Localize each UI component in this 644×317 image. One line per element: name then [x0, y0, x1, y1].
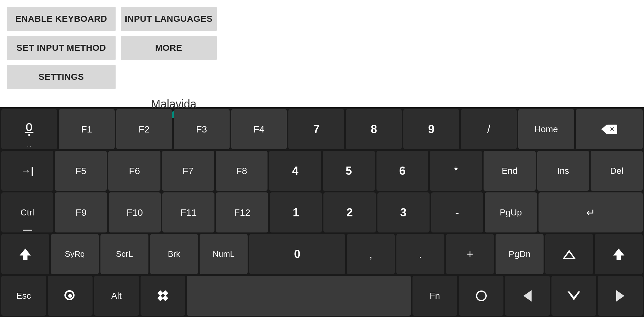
numl-key[interactable]: NumL — [200, 234, 248, 274]
enable-keyboard-button[interactable]: ENABLE KEYBOARD — [7, 7, 116, 31]
scrl-key[interactable]: ScrL — [100, 234, 148, 274]
gear-icon — [64, 290, 76, 302]
shift-left-key[interactable] — [1, 234, 49, 274]
pgdn-key[interactable]: PgDn — [496, 234, 544, 274]
f8-key[interactable]: F8 — [216, 151, 268, 191]
minus-key[interactable]: - — [431, 192, 483, 232]
num0-key[interactable]: 0 — [249, 234, 345, 274]
f1-key[interactable]: F1 — [59, 109, 115, 149]
home-circle-key[interactable] — [459, 276, 504, 316]
circle-icon — [476, 291, 487, 301]
keyboard-row-2: →| F5 F6 F7 F8 4 5 6 * End Ins Del — [1, 151, 643, 191]
keyboard-row-4: SyRq ScrL Brk NumL 0 , . + PgDn — [1, 234, 643, 274]
del-key[interactable]: Del — [591, 151, 643, 191]
f6-key[interactable]: F6 — [108, 151, 160, 191]
input-languages-button[interactable]: INPUT LANGUAGES — [121, 7, 217, 31]
ctrl-key[interactable]: Ctrl — [1, 192, 53, 232]
shift-right-icon — [613, 249, 624, 260]
shift-up-icon — [20, 249, 31, 260]
mic-key[interactable]: ... — [1, 109, 57, 149]
end-key[interactable]: End — [484, 151, 536, 191]
num6-key[interactable]: 6 — [376, 151, 429, 191]
num3-key[interactable]: 3 — [377, 192, 430, 232]
slash-key[interactable]: / — [461, 109, 517, 149]
keyboard-row-5: Esc Alt Fn — [1, 276, 643, 316]
tab-key[interactable]: →| — [1, 151, 53, 191]
settings-gear-key[interactable] — [48, 276, 93, 316]
set-input-method-button[interactable]: SET INPUT METHOD — [7, 36, 116, 60]
f5-key[interactable]: F5 — [55, 151, 107, 191]
settings-button[interactable]: SETTINGS — [7, 65, 116, 89]
brk-key[interactable]: Brk — [150, 234, 198, 274]
nav-right-key[interactable] — [598, 276, 643, 316]
ins-key[interactable]: Ins — [537, 151, 589, 191]
backspace-key[interactable]: ✕ — [576, 109, 643, 149]
comma-key[interactable]: , — [347, 234, 395, 274]
home-key[interactable]: Home — [518, 109, 574, 149]
plus-key[interactable]: + — [446, 234, 494, 274]
backspace-icon: ✕ — [601, 124, 617, 134]
f10-key[interactable]: F10 — [109, 192, 161, 232]
menu-grid: ENABLE KEYBOARD INPUT LANGUAGES SET INPU… — [0, 0, 644, 91]
fn-key[interactable]: Fn — [412, 276, 457, 316]
f7-key[interactable]: F7 — [162, 151, 214, 191]
tri-down-outline-icon — [568, 291, 580, 300]
malavida-label: Malavida — [151, 97, 196, 111]
tri-right-icon — [616, 290, 624, 302]
tri-up-outline-icon — [563, 250, 575, 259]
f12-key[interactable]: F12 — [216, 192, 268, 232]
tri-up-key[interactable] — [545, 234, 593, 274]
nav-left-key[interactable] — [505, 276, 550, 316]
shift-right-key[interactable] — [595, 234, 643, 274]
keyboard: ... F1 F2 F3 F4 7 8 9 / Home ✕ →| F5 F6 … — [0, 107, 644, 317]
top-area: ENABLE KEYBOARD INPUT LANGUAGES SET INPU… — [0, 0, 644, 107]
num1-key[interactable]: 1 — [270, 192, 322, 232]
f11-key[interactable]: F11 — [162, 192, 214, 232]
mic-icon — [25, 123, 33, 136]
num7-key[interactable]: 7 — [288, 109, 344, 149]
tri-left-icon — [523, 290, 532, 302]
alt-key[interactable]: Alt — [94, 276, 139, 316]
more-button[interactable]: MORE — [121, 36, 217, 60]
four-diamonds-icon — [158, 291, 168, 301]
num5-key[interactable]: 5 — [323, 151, 375, 191]
asterisk-key[interactable]: * — [430, 151, 482, 191]
syrq-key[interactable]: SyRq — [51, 234, 99, 274]
f4-key[interactable]: F4 — [231, 109, 287, 149]
period-key[interactable]: . — [396, 234, 444, 274]
f2-key[interactable]: F2 — [116, 109, 172, 149]
tab-icon: →| — [21, 165, 34, 177]
num9-key[interactable]: 9 — [403, 109, 459, 149]
enter-key[interactable]: ↵ — [539, 192, 643, 232]
nav-down-key[interactable] — [551, 276, 596, 316]
keyboard-row-3: Ctrl F9 F10 F11 F12 1 2 3 - PgUp ↵ — [1, 192, 643, 232]
pgup-key[interactable]: PgUp — [485, 192, 537, 232]
esc-key[interactable]: Esc — [1, 276, 46, 316]
diamonds-key[interactable] — [141, 276, 185, 316]
keyboard-row-1: ... F1 F2 F3 F4 7 8 9 / Home ✕ — [1, 109, 643, 149]
num4-key[interactable]: 4 — [269, 151, 321, 191]
space-key[interactable] — [187, 276, 411, 316]
f3-key[interactable]: F3 — [174, 109, 230, 149]
f9-key[interactable]: F9 — [55, 192, 107, 232]
num8-key[interactable]: 8 — [346, 109, 402, 149]
enter-icon: ↵ — [586, 206, 595, 219]
num2-key[interactable]: 2 — [323, 192, 376, 232]
